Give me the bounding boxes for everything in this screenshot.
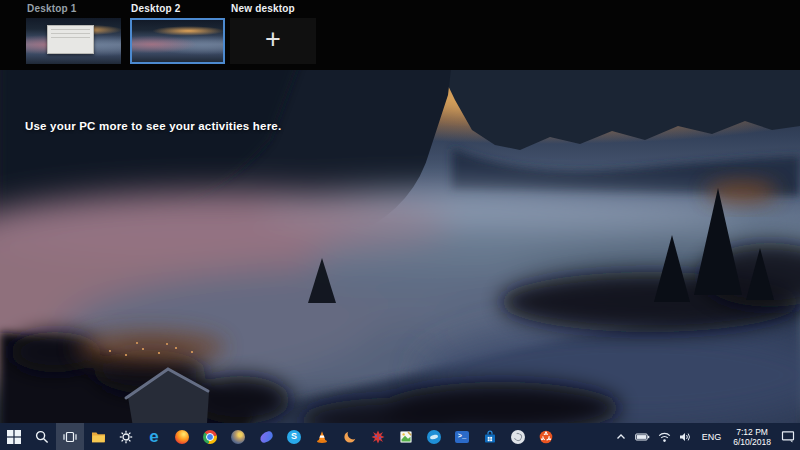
hidden-icons-button[interactable] bbox=[613, 423, 629, 450]
firefox-icon bbox=[175, 430, 189, 444]
desktop2-wallpaper-preview bbox=[132, 20, 223, 62]
task-view-icon bbox=[63, 430, 77, 444]
timeline-empty-message: Use your PC more to see your activities … bbox=[25, 120, 281, 132]
new-desktop-label: New desktop bbox=[231, 3, 295, 14]
skype-button[interactable]: S bbox=[280, 423, 308, 450]
search-icon bbox=[35, 430, 49, 444]
globe-icon bbox=[511, 430, 525, 444]
volume-indicator[interactable] bbox=[677, 423, 694, 450]
red-star-app-button[interactable] bbox=[364, 423, 392, 450]
edge-button[interactable]: e bbox=[140, 423, 168, 450]
gimp-sphere-icon bbox=[231, 430, 245, 444]
edge-icon: e bbox=[149, 428, 158, 445]
gear-icon bbox=[119, 430, 133, 444]
powershell-button[interactable]: >_ bbox=[448, 423, 476, 450]
image-editor-icon bbox=[399, 430, 413, 444]
blue-circle-app-button[interactable] bbox=[420, 423, 448, 450]
firefox-button[interactable] bbox=[168, 423, 196, 450]
search-button[interactable] bbox=[28, 423, 56, 450]
language-indicator[interactable]: ENG bbox=[698, 423, 726, 450]
tray-time: 7:12 PM bbox=[733, 427, 771, 437]
file-explorer-icon bbox=[91, 430, 106, 444]
chrome-icon bbox=[203, 430, 217, 444]
settings-button[interactable] bbox=[112, 423, 140, 450]
image-editor-app-button[interactable] bbox=[392, 423, 420, 450]
orange-crescent-app-button[interactable] bbox=[336, 423, 364, 450]
battery-icon bbox=[635, 431, 650, 443]
action-center-button[interactable] bbox=[779, 423, 797, 450]
ubuntu-icon bbox=[539, 430, 553, 444]
speaker-icon bbox=[679, 431, 692, 443]
tray-date: 6/10/2018 bbox=[733, 437, 771, 447]
blue-circle-icon bbox=[427, 430, 441, 444]
desktop1-label: Desktop 1 bbox=[27, 3, 77, 14]
microsoft-store-button[interactable] bbox=[476, 423, 504, 450]
microsoft-store-icon bbox=[483, 430, 497, 444]
vlc-cone-icon bbox=[315, 430, 329, 444]
skype-icon: S bbox=[287, 430, 301, 444]
battery-indicator[interactable] bbox=[633, 423, 652, 450]
windows-logo-icon bbox=[7, 430, 21, 444]
new-desktop-button[interactable]: + bbox=[230, 18, 316, 64]
orange-crescent-icon bbox=[343, 430, 357, 444]
desktop2-label: Desktop 2 bbox=[131, 3, 181, 14]
desktop2-thumbnail[interactable] bbox=[130, 18, 225, 64]
ubuntu-button[interactable] bbox=[532, 423, 560, 450]
clock[interactable]: 7:12 PM 6/10/2018 bbox=[729, 423, 775, 450]
chrome-button[interactable] bbox=[196, 423, 224, 450]
network-indicator[interactable] bbox=[656, 423, 673, 450]
globe-app-button[interactable] bbox=[504, 423, 532, 450]
desktop1-open-window-preview bbox=[47, 25, 94, 54]
powershell-icon: >_ bbox=[455, 431, 469, 443]
system-tray: ENG 7:12 PM 6/10/2018 bbox=[613, 423, 800, 450]
vlc-button[interactable] bbox=[308, 423, 336, 450]
taskbar: e S bbox=[0, 423, 800, 450]
task-view-topbar: Desktop 1 Desktop 2 New desktop + bbox=[0, 0, 800, 70]
purple-swoosh-app-button[interactable] bbox=[252, 423, 280, 450]
taskbar-buttons: e S bbox=[0, 423, 560, 450]
desktop1-thumbnail[interactable] bbox=[26, 18, 121, 64]
file-explorer-button[interactable] bbox=[84, 423, 112, 450]
gimp-sphere-app-button[interactable] bbox=[224, 423, 252, 450]
red-star-icon bbox=[371, 430, 385, 444]
purple-swoosh-icon bbox=[258, 430, 273, 443]
wifi-icon bbox=[658, 431, 671, 443]
plus-icon: + bbox=[265, 26, 281, 53]
task-view-button[interactable] bbox=[56, 423, 84, 450]
task-view-screen: Use your PC more to see your activities … bbox=[0, 0, 800, 450]
action-center-icon bbox=[781, 430, 795, 443]
chevron-up-icon bbox=[615, 431, 627, 443]
start-button[interactable] bbox=[0, 423, 28, 450]
